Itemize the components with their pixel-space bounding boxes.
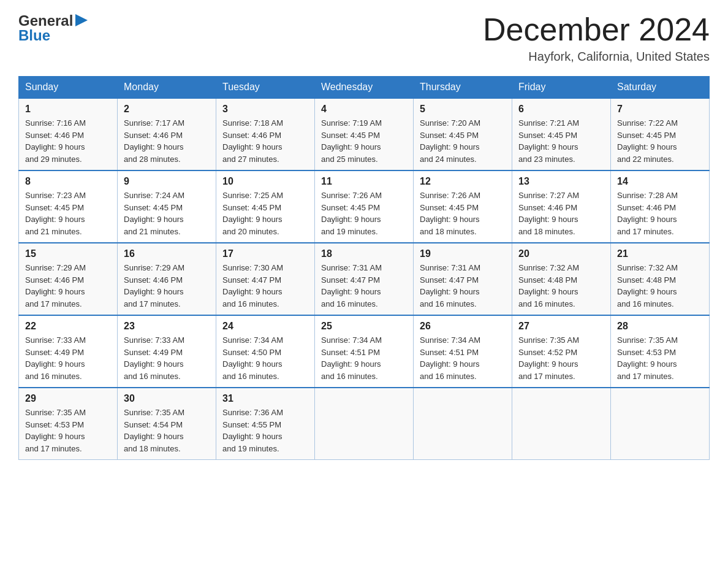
calendar-cell — [512, 388, 611, 460]
day-number: 3 — [222, 104, 308, 115]
day-info: Sunrise: 7:21 AMSunset: 4:45 PMDaylight:… — [518, 117, 604, 165]
day-info: Sunrise: 7:34 AMSunset: 4:51 PMDaylight:… — [321, 334, 407, 382]
day-number: 29 — [25, 393, 111, 404]
day-info: Sunrise: 7:17 AMSunset: 4:46 PMDaylight:… — [124, 117, 210, 165]
month-year-title: December 2024 — [483, 12, 710, 47]
calendar-cell: 20Sunrise: 7:32 AMSunset: 4:48 PMDayligh… — [512, 243, 611, 315]
calendar-week-row: 29Sunrise: 7:35 AMSunset: 4:53 PMDayligh… — [19, 388, 710, 460]
day-number: 24 — [222, 321, 308, 332]
col-thursday: Thursday — [414, 77, 512, 99]
logo-blue-text: Blue — [18, 27, 50, 44]
day-number: 26 — [420, 321, 506, 332]
calendar-cell: 11Sunrise: 7:26 AMSunset: 4:45 PMDayligh… — [315, 170, 414, 243]
calendar-cell: 30Sunrise: 7:35 AMSunset: 4:54 PMDayligh… — [118, 388, 216, 460]
calendar-cell: 9Sunrise: 7:24 AMSunset: 4:45 PMDaylight… — [118, 170, 216, 243]
day-info: Sunrise: 7:36 AMSunset: 4:55 PMDaylight:… — [222, 407, 308, 454]
day-info: Sunrise: 7:32 AMSunset: 4:48 PMDaylight:… — [518, 262, 604, 310]
day-info: Sunrise: 7:29 AMSunset: 4:46 PMDaylight:… — [25, 262, 111, 310]
calendar-cell: 26Sunrise: 7:34 AMSunset: 4:51 PMDayligh… — [414, 315, 512, 388]
calendar-cell: 15Sunrise: 7:29 AMSunset: 4:46 PMDayligh… — [19, 243, 118, 315]
day-info: Sunrise: 7:35 AMSunset: 4:53 PMDaylight:… — [617, 334, 703, 382]
day-number: 10 — [222, 176, 308, 187]
calendar-cell — [611, 388, 710, 460]
day-number: 20 — [518, 248, 604, 259]
day-info: Sunrise: 7:24 AMSunset: 4:45 PMDaylight:… — [124, 190, 210, 237]
day-number: 28 — [617, 321, 703, 332]
day-info: Sunrise: 7:34 AMSunset: 4:50 PMDaylight:… — [222, 334, 308, 382]
calendar-cell: 29Sunrise: 7:35 AMSunset: 4:53 PMDayligh… — [19, 388, 118, 460]
day-info: Sunrise: 7:23 AMSunset: 4:45 PMDaylight:… — [25, 190, 111, 237]
day-info: Sunrise: 7:32 AMSunset: 4:48 PMDaylight:… — [617, 262, 703, 310]
day-info: Sunrise: 7:26 AMSunset: 4:45 PMDaylight:… — [321, 190, 407, 237]
day-info: Sunrise: 7:27 AMSunset: 4:46 PMDaylight:… — [518, 190, 604, 237]
calendar-cell: 18Sunrise: 7:31 AMSunset: 4:47 PMDayligh… — [315, 243, 414, 315]
col-monday: Monday — [118, 77, 216, 99]
day-info: Sunrise: 7:18 AMSunset: 4:46 PMDaylight:… — [222, 117, 308, 165]
day-info: Sunrise: 7:30 AMSunset: 4:47 PMDaylight:… — [222, 262, 308, 310]
calendar-cell: 27Sunrise: 7:35 AMSunset: 4:52 PMDayligh… — [512, 315, 611, 388]
day-number: 7 — [617, 104, 703, 115]
day-number: 31 — [222, 393, 308, 404]
calendar-cell: 1Sunrise: 7:16 AMSunset: 4:46 PMDaylight… — [19, 98, 118, 170]
day-number: 9 — [124, 176, 210, 187]
day-info: Sunrise: 7:22 AMSunset: 4:45 PMDaylight:… — [617, 117, 703, 165]
logo-arrow-icon — [75, 14, 88, 26]
col-friday: Friday — [512, 77, 611, 99]
title-area: December 2024 Hayfork, California, Unite… — [483, 12, 710, 64]
calendar-cell — [414, 388, 512, 460]
day-info: Sunrise: 7:29 AMSunset: 4:46 PMDaylight:… — [124, 262, 210, 310]
day-number: 15 — [25, 248, 111, 259]
calendar-cell: 6Sunrise: 7:21 AMSunset: 4:45 PMDaylight… — [512, 98, 611, 170]
day-info: Sunrise: 7:34 AMSunset: 4:51 PMDaylight:… — [420, 334, 506, 382]
day-info: Sunrise: 7:28 AMSunset: 4:46 PMDaylight:… — [617, 190, 703, 237]
calendar-cell: 13Sunrise: 7:27 AMSunset: 4:46 PMDayligh… — [512, 170, 611, 243]
calendar-cell: 24Sunrise: 7:34 AMSunset: 4:50 PMDayligh… — [216, 315, 315, 388]
day-number: 14 — [617, 176, 703, 187]
calendar-cell: 25Sunrise: 7:34 AMSunset: 4:51 PMDayligh… — [315, 315, 414, 388]
calendar-cell: 14Sunrise: 7:28 AMSunset: 4:46 PMDayligh… — [611, 170, 710, 243]
calendar-cell: 8Sunrise: 7:23 AMSunset: 4:45 PMDaylight… — [19, 170, 118, 243]
svg-marker-0 — [75, 14, 88, 26]
day-number: 25 — [321, 321, 407, 332]
page-header: General Blue December 2024 Hayfork, Cali… — [18, 12, 710, 64]
calendar-cell: 10Sunrise: 7:25 AMSunset: 4:45 PMDayligh… — [216, 170, 315, 243]
day-number: 22 — [25, 321, 111, 332]
calendar-cell: 19Sunrise: 7:31 AMSunset: 4:47 PMDayligh… — [414, 243, 512, 315]
calendar-week-row: 15Sunrise: 7:29 AMSunset: 4:46 PMDayligh… — [19, 243, 710, 315]
col-saturday: Saturday — [611, 77, 710, 99]
calendar-cell: 21Sunrise: 7:32 AMSunset: 4:48 PMDayligh… — [611, 243, 710, 315]
day-info: Sunrise: 7:31 AMSunset: 4:47 PMDaylight:… — [321, 262, 407, 310]
day-info: Sunrise: 7:26 AMSunset: 4:45 PMDaylight:… — [420, 190, 506, 237]
day-number: 4 — [321, 104, 407, 115]
day-info: Sunrise: 7:16 AMSunset: 4:46 PMDaylight:… — [25, 117, 111, 165]
day-number: 19 — [420, 248, 506, 259]
day-number: 2 — [124, 104, 210, 115]
day-info: Sunrise: 7:33 AMSunset: 4:49 PMDaylight:… — [124, 334, 210, 382]
calendar-header-row: Sunday Monday Tuesday Wednesday Thursday… — [19, 77, 710, 99]
calendar-cell: 7Sunrise: 7:22 AMSunset: 4:45 PMDaylight… — [611, 98, 710, 170]
col-sunday: Sunday — [19, 77, 118, 99]
day-number: 5 — [420, 104, 506, 115]
day-number: 1 — [25, 104, 111, 115]
calendar-week-row: 8Sunrise: 7:23 AMSunset: 4:45 PMDaylight… — [19, 170, 710, 243]
day-number: 8 — [25, 176, 111, 187]
calendar-cell: 4Sunrise: 7:19 AMSunset: 4:45 PMDaylight… — [315, 98, 414, 170]
day-number: 30 — [124, 393, 210, 404]
day-number: 21 — [617, 248, 703, 259]
day-number: 16 — [124, 248, 210, 259]
day-number: 6 — [518, 104, 604, 115]
day-number: 13 — [518, 176, 604, 187]
day-info: Sunrise: 7:31 AMSunset: 4:47 PMDaylight:… — [420, 262, 506, 310]
day-number: 18 — [321, 248, 407, 259]
day-number: 27 — [518, 321, 604, 332]
col-wednesday: Wednesday — [315, 77, 414, 99]
calendar-cell: 5Sunrise: 7:20 AMSunset: 4:45 PMDaylight… — [414, 98, 512, 170]
day-info: Sunrise: 7:33 AMSunset: 4:49 PMDaylight:… — [25, 334, 111, 382]
logo: General Blue — [18, 12, 88, 44]
calendar-table: Sunday Monday Tuesday Wednesday Thursday… — [18, 76, 710, 460]
calendar-cell — [315, 388, 414, 460]
calendar-cell: 12Sunrise: 7:26 AMSunset: 4:45 PMDayligh… — [414, 170, 512, 243]
day-number: 17 — [222, 248, 308, 259]
day-info: Sunrise: 7:19 AMSunset: 4:45 PMDaylight:… — [321, 117, 407, 165]
calendar-cell: 2Sunrise: 7:17 AMSunset: 4:46 PMDaylight… — [118, 98, 216, 170]
